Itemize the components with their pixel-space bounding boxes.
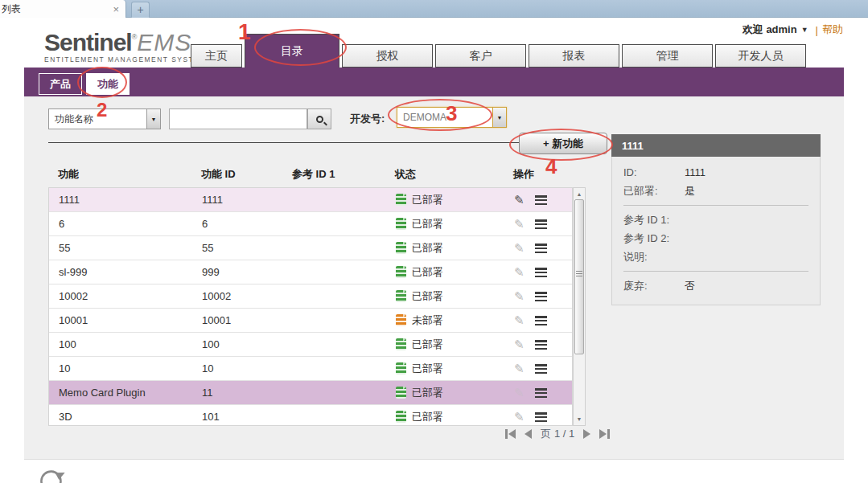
- search-field-select[interactable]: 功能名称 ▼: [48, 108, 161, 129]
- table-row[interactable]: sl-999999已部署✎: [49, 260, 572, 284]
- edit-pencil-icon[interactable]: ✎: [514, 314, 525, 326]
- column-header-4: 操作: [509, 167, 563, 182]
- cell-status: 已部署: [396, 241, 510, 256]
- cell-feature-name: 55: [49, 242, 202, 254]
- next-page-button[interactable]: [583, 429, 590, 439]
- table-row[interactable]: 5555已部署✎: [49, 236, 572, 260]
- status-label: 已部署: [412, 338, 443, 352]
- search-button[interactable]: [307, 108, 331, 129]
- prev-page-button[interactable]: [525, 429, 532, 439]
- nav-tab-6[interactable]: 开发人员: [715, 44, 806, 68]
- tab-close-icon[interactable]: ×: [106, 3, 125, 15]
- browser-tab[interactable]: 列表 ×: [0, 0, 126, 18]
- cell-actions: ✎: [510, 314, 564, 326]
- edit-pencil-icon[interactable]: ✎: [514, 290, 525, 302]
- table-body: 11111111已部署✎66已部署✎5555已部署✎sl-999999已部署✎1…: [48, 187, 573, 426]
- table-row[interactable]: 11111111已部署✎: [49, 188, 572, 212]
- status-label: 已部署: [412, 193, 443, 207]
- row-menu-icon[interactable]: [535, 244, 547, 253]
- header-separator: |: [816, 24, 818, 36]
- logo-wordmark: Sentinel®EMS: [44, 25, 207, 55]
- status-label: 已部署: [412, 386, 443, 400]
- row-menu-icon[interactable]: [535, 364, 547, 374]
- cell-status: 已部署: [396, 386, 510, 400]
- nav-tab-2[interactable]: 授权: [342, 44, 433, 68]
- user-menu-caret-icon[interactable]: ▼: [801, 26, 808, 34]
- edit-pencil-icon[interactable]: ✎: [514, 194, 525, 206]
- edit-pencil-icon[interactable]: ✎: [514, 266, 525, 278]
- help-link[interactable]: 帮助: [822, 23, 843, 37]
- cell-status: 已部署: [396, 265, 510, 280]
- row-menu-icon[interactable]: [535, 388, 547, 398]
- sub-tab-0[interactable]: 产品: [39, 73, 82, 95]
- cell-status: 已部署: [396, 362, 510, 376]
- row-menu-icon[interactable]: [535, 195, 547, 205]
- last-page-button[interactable]: [599, 429, 610, 439]
- row-menu-icon[interactable]: [535, 219, 547, 229]
- column-header-0: 功能: [48, 167, 201, 182]
- table-row[interactable]: 3D101已部署✎: [49, 405, 572, 426]
- table-row[interactable]: 1010已部署✎: [49, 357, 572, 381]
- edit-pencil-icon[interactable]: ✎: [514, 242, 525, 254]
- status-not_deployed-icon: [396, 314, 406, 326]
- cell-feature-id: 10002: [202, 290, 293, 302]
- scroll-down-icon[interactable]: ▼: [574, 414, 585, 424]
- cell-actions: ✎: [510, 362, 564, 375]
- new-feature-button[interactable]: + 新功能: [519, 133, 607, 154]
- row-menu-icon[interactable]: [535, 412, 547, 422]
- column-header-3: 状态: [395, 167, 509, 182]
- scroll-up-icon[interactable]: ▲: [574, 189, 585, 199]
- new-tab-button[interactable]: +: [131, 2, 150, 18]
- cell-feature-id: 10001: [202, 314, 293, 326]
- row-menu-icon[interactable]: [535, 340, 547, 350]
- table-scrollbar[interactable]: ▲ ▼: [573, 187, 586, 426]
- cell-feature-name: sl-999: [49, 266, 202, 278]
- search-icon: [316, 116, 323, 123]
- detail-panel-title: 1111: [611, 134, 821, 157]
- edit-pencil-icon[interactable]: ✎: [514, 218, 525, 230]
- status-deployed-icon: [396, 242, 406, 254]
- row-menu-icon[interactable]: [535, 316, 547, 325]
- edit-pencil-icon[interactable]: ✎: [514, 338, 525, 350]
- pagination: 页 1 / 1: [505, 427, 610, 441]
- developer-select-arrow-icon[interactable]: ▼: [492, 108, 506, 127]
- table-row[interactable]: Memo Card Plugin11已部署✎: [49, 381, 572, 405]
- scrollbar-thumb[interactable]: [574, 199, 584, 354]
- cell-status: 未部署: [396, 313, 510, 328]
- subnav-band: 产品功能: [24, 68, 844, 96]
- nav-tab-5[interactable]: 管理: [622, 44, 713, 68]
- search-field-select-arrow-icon[interactable]: ▼: [146, 109, 160, 129]
- first-page-button[interactable]: [505, 429, 516, 439]
- sub-nav: 产品功能: [39, 73, 130, 95]
- cell-status: 已部署: [396, 217, 510, 231]
- status-deployed-icon: [396, 387, 406, 399]
- logo-suffix: EMS: [137, 29, 191, 55]
- edit-pencil-icon[interactable]: ✎: [514, 411, 525, 423]
- table-row[interactable]: 1000210002已部署✎: [49, 284, 572, 309]
- table-row[interactable]: 66已部署✎: [49, 212, 572, 236]
- browser-tab-title: 列表: [0, 2, 106, 16]
- search-input[interactable]: [169, 108, 307, 129]
- nav-tab-4[interactable]: 报表: [529, 44, 619, 68]
- cell-feature-name: 3D: [49, 411, 202, 423]
- row-menu-icon[interactable]: [535, 268, 547, 277]
- cell-feature-id: 101: [202, 411, 293, 423]
- nav-tab-0[interactable]: 主页: [191, 44, 242, 68]
- nav-tab-1[interactable]: 目录: [245, 34, 339, 68]
- detail-field-label: 参考 ID 1:: [623, 211, 685, 229]
- cell-actions: ✎: [510, 266, 564, 278]
- nav-tab-3[interactable]: 客户: [435, 44, 526, 68]
- cell-actions: ✎: [510, 218, 564, 230]
- sub-tab-1[interactable]: 功能: [86, 73, 130, 95]
- table-row[interactable]: 1000110001未部署✎: [49, 309, 572, 333]
- search-field-select-value: 功能名称: [49, 113, 146, 126]
- table-row[interactable]: 100100已部署✎: [49, 333, 572, 357]
- edit-pencil-icon[interactable]: ✎: [514, 387, 525, 399]
- developer-select[interactable]: DEMOMA ▼: [397, 107, 507, 128]
- refresh-icon[interactable]: [37, 466, 68, 483]
- status-label: 未部署: [412, 313, 443, 328]
- logo-brand: Sentinel: [44, 29, 132, 55]
- row-menu-icon[interactable]: [535, 292, 547, 301]
- status-label: 已部署: [412, 289, 443, 304]
- edit-pencil-icon[interactable]: ✎: [514, 362, 525, 375]
